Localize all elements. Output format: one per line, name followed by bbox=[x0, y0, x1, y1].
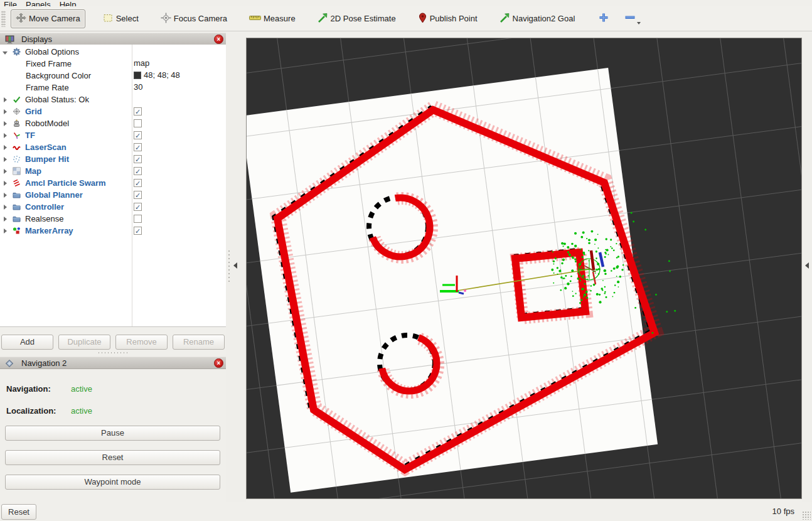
property-value[interactable]: 30 bbox=[134, 82, 142, 92]
collapse-right-icon[interactable] bbox=[805, 262, 809, 269]
add-tool-button[interactable] bbox=[598, 12, 609, 25]
check-icon bbox=[13, 95, 22, 104]
tree-row-laserscan[interactable]: LaserScan✓ bbox=[0, 141, 226, 153]
right-splitter[interactable] bbox=[802, 33, 812, 502]
panel-splitter-handle[interactable] bbox=[97, 352, 129, 354]
tree-row-bumper-hit[interactable]: Bumper Hit✓ bbox=[0, 153, 226, 165]
expander-icon[interactable] bbox=[0, 190, 10, 200]
expander-icon[interactable] bbox=[0, 202, 10, 212]
toolbar-tools: Move CameraSelectFocus CameraMeasure2D P… bbox=[6, 9, 579, 28]
visibility-checkbox[interactable]: ✓ bbox=[134, 179, 142, 187]
expander-icon[interactable] bbox=[0, 107, 10, 116]
displays-panel-title: Displays bbox=[21, 35, 214, 44]
displays-panel-header[interactable]: Displays × bbox=[0, 33, 226, 45]
menu-file[interactable]: File bbox=[4, 0, 17, 6]
left-splitter[interactable] bbox=[226, 33, 246, 502]
menubar: FilePanelsHelp bbox=[0, 0, 812, 6]
close-icon[interactable]: × bbox=[214, 35, 223, 44]
waypoint-mode-button[interactable]: Waypoint mode bbox=[5, 475, 220, 490]
laserscan-icon bbox=[13, 143, 22, 151]
expander-icon[interactable] bbox=[0, 95, 10, 104]
tree-row-global-status-ok[interactable]: Global Status: Ok bbox=[0, 94, 226, 105]
tool-select[interactable]: Select bbox=[99, 10, 143, 28]
remove-tool-button[interactable] bbox=[624, 13, 641, 24]
focus-camera-icon bbox=[161, 13, 171, 25]
tree-row-robotmodel[interactable]: RobotModel bbox=[0, 117, 226, 129]
navigation-status-label: Navigation: bbox=[6, 384, 51, 394]
visibility-checkbox[interactable]: ✓ bbox=[134, 227, 142, 235]
visibility-checkbox[interactable] bbox=[134, 119, 142, 127]
fps-counter: 10 fps bbox=[772, 507, 794, 516]
bumper-icon bbox=[13, 155, 22, 163]
tool-publish-point[interactable]: Publish Point bbox=[414, 10, 482, 28]
toolbar-drag-handle[interactable] bbox=[1, 11, 6, 27]
tree-row-background-color[interactable]: Background Color48; 48; 48 bbox=[0, 70, 226, 82]
folder-icon bbox=[13, 215, 22, 223]
visibility-checkbox[interactable]: ✓ bbox=[134, 167, 142, 175]
visibility-checkbox[interactable] bbox=[134, 215, 142, 223]
visibility-checkbox[interactable]: ✓ bbox=[134, 131, 142, 139]
nav-goal-icon bbox=[499, 13, 510, 25]
visibility-checkbox[interactable]: ✓ bbox=[134, 191, 142, 199]
tool-move-camera[interactable]: Move Camera bbox=[11, 9, 85, 28]
duplicate-display-button[interactable]: Duplicate bbox=[58, 335, 110, 350]
tool-2d-pose-estimate[interactable]: 2D Pose Estimate bbox=[313, 10, 400, 28]
gear-icon bbox=[13, 48, 22, 56]
add-display-button[interactable]: Add bbox=[1, 335, 53, 350]
expander-icon[interactable] bbox=[0, 178, 10, 188]
tree-row-amcl-particle-swarm[interactable]: Amcl Particle Swarm✓ bbox=[0, 177, 226, 189]
tree-row-grid[interactable]: Grid✓ bbox=[0, 105, 226, 117]
property-value[interactable]: map bbox=[134, 58, 149, 68]
tree-row-tf[interactable]: TF✓ bbox=[0, 129, 226, 141]
tree-row-markerarray[interactable]: MarkerArray✓ bbox=[0, 225, 226, 237]
tree-row-fixed-frame[interactable]: Fixed Framemap bbox=[0, 58, 226, 70]
plus-icon bbox=[598, 12, 609, 25]
nav2-panel-header[interactable]: Navigation 2 × bbox=[0, 357, 226, 369]
displays-tree: Global OptionsFixed FramemapBackground C… bbox=[0, 45, 226, 327]
reset-button[interactable]: Reset bbox=[5, 450, 220, 465]
visibility-checkbox[interactable]: ✓ bbox=[134, 107, 142, 115]
menu-help[interactable]: Help bbox=[60, 0, 77, 6]
visibility-checkbox[interactable]: ✓ bbox=[134, 143, 142, 151]
grid-icon bbox=[13, 107, 22, 115]
tree-row-realsense[interactable]: Realsense bbox=[0, 213, 226, 225]
rename-display-button[interactable]: Rename bbox=[173, 335, 225, 350]
expander-icon[interactable] bbox=[0, 131, 10, 140]
tree-row-frame-rate[interactable]: Frame Rate30 bbox=[0, 82, 226, 94]
tree-row-global-options[interactable]: Global Options bbox=[0, 46, 226, 58]
folder-icon bbox=[13, 191, 22, 199]
tool-focus-camera[interactable]: Focus Camera bbox=[156, 10, 232, 28]
expander-icon[interactable] bbox=[0, 214, 10, 223]
toolbar: Move CameraSelectFocus CameraMeasure2D P… bbox=[0, 6, 812, 31]
menu-panels[interactable]: Panels bbox=[26, 0, 51, 6]
remove-display-button[interactable]: Remove bbox=[115, 335, 168, 350]
visibility-checkbox[interactable]: ✓ bbox=[134, 155, 142, 163]
expander-icon[interactable] bbox=[0, 142, 10, 152]
tree-row-controller[interactable]: Controller✓ bbox=[0, 201, 226, 213]
tree-row-map[interactable]: Map✓ bbox=[0, 165, 226, 177]
monitor-icon bbox=[5, 35, 14, 43]
resize-grip[interactable] bbox=[802, 511, 811, 520]
close-icon[interactable]: × bbox=[214, 358, 223, 368]
expander-icon[interactable] bbox=[0, 154, 10, 164]
minus-icon bbox=[624, 13, 636, 23]
collapse-left-icon[interactable] bbox=[233, 262, 237, 269]
pause-button[interactable]: Pause bbox=[5, 426, 220, 441]
chevron-down-icon[interactable] bbox=[637, 22, 641, 24]
expander-icon[interactable] bbox=[0, 47, 10, 56]
property-value[interactable]: 48; 48; 48 bbox=[134, 70, 180, 80]
expander-icon[interactable] bbox=[0, 166, 10, 176]
left-panel-area: Displays × Global OptionsFixed FramemapB… bbox=[0, 33, 226, 502]
tool-measure[interactable]: Measure bbox=[245, 11, 300, 27]
expander-icon[interactable] bbox=[0, 226, 10, 235]
diamond-icon bbox=[5, 359, 14, 367]
tool-navigation2-goal[interactable]: Navigation2 Goal bbox=[495, 10, 580, 28]
tree-row-global-planner[interactable]: Global Planner✓ bbox=[0, 189, 226, 201]
3d-viewport[interactable] bbox=[246, 38, 802, 499]
navigation-status-row: Navigation: active bbox=[6, 384, 51, 394]
reset-view-button[interactable]: Reset bbox=[1, 504, 36, 520]
expander-icon[interactable] bbox=[0, 119, 10, 128]
move-camera-icon bbox=[16, 13, 26, 25]
visibility-checkbox[interactable]: ✓ bbox=[134, 203, 142, 211]
status-bar: Reset 10 fps bbox=[0, 502, 812, 521]
